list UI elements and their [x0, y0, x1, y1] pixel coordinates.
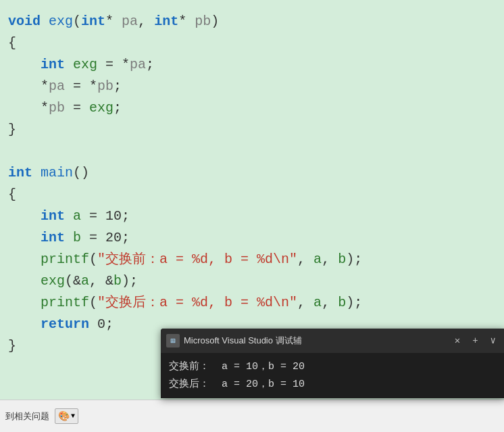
code-line-13: exg(&a, &b); — [8, 270, 499, 292]
terminal-body: 交换前： a = 10，b = 20 交换后： a = 20，b = 10 — [161, 353, 504, 398]
terminal-window: ⊞ Microsoft Visual Studio 调试辅 ✕ + ∨ 交换前：… — [161, 329, 504, 398]
taskbar-action-btn[interactable]: 🎨 ▼ — [55, 408, 78, 424]
code-line-8: int main() — [8, 162, 499, 184]
terminal-close-btn[interactable]: ✕ — [451, 336, 464, 345]
code-line-6: } — [8, 119, 499, 141]
code-line-12: printf("交换前：a = %d, b = %d\n", a, b); — [8, 249, 499, 270]
terminal-output-2: 交换后： a = 20，b = 10 — [169, 376, 497, 393]
code-line-5: *pb = exg; — [8, 97, 499, 119]
code-line-11: int b = 20; — [8, 227, 499, 249]
code-line-1: void exg(int* pa, int* pb) — [8, 11, 499, 32]
code-editor: void exg(int* pa, int* pb) { int exg = *… — [0, 0, 504, 432]
code-line-2: { — [8, 32, 499, 54]
code-line-10: int a = 10; — [8, 206, 499, 227]
paint-icon: 🎨 — [58, 410, 70, 422]
code-line-9: { — [8, 184, 499, 206]
terminal-app-icon: ⊞ — [166, 334, 180, 347]
terminal-title: Microsoft Visual Studio 调试辅 — [184, 335, 447, 347]
code-line-3: int exg = *pa; — [8, 54, 499, 76]
terminal-menu-btn[interactable]: ∨ — [486, 336, 500, 345]
terminal-add-btn[interactable]: + — [468, 336, 482, 345]
taskbar: 到相关问题 🎨 ▼ — [0, 400, 504, 432]
code-line-4: *pa = *pb; — [8, 76, 499, 97]
code-block: void exg(int* pa, int* pb) { int exg = *… — [5, 11, 499, 357]
taskbar-search-text: 到相关问题 — [5, 410, 49, 423]
code-line-14: printf("交换后：a = %d, b = %d\n", a, b); — [8, 292, 499, 314]
terminal-output-1: 交换前： a = 10，b = 20 — [169, 358, 497, 376]
dropdown-arrow-icon: ▼ — [71, 412, 75, 420]
code-line-7 — [8, 141, 499, 162]
terminal-titlebar: ⊞ Microsoft Visual Studio 调试辅 ✕ + ∨ — [161, 329, 504, 353]
